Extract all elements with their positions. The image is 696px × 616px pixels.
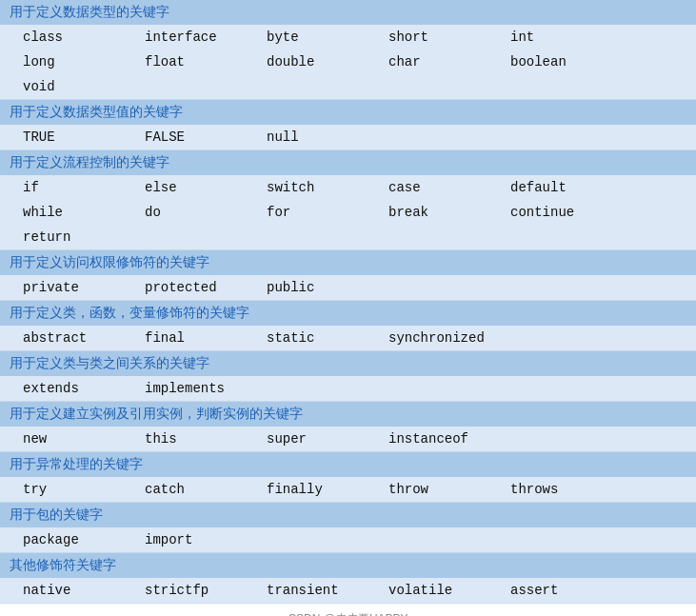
keyword: for bbox=[263, 203, 385, 222]
keyword: import bbox=[141, 530, 263, 549]
section-header: 用于定义类与类之间关系的关键字 bbox=[0, 351, 696, 376]
keywords-table: 用于定义数据类型的关键字classinterfacebyteshortintlo… bbox=[0, 0, 696, 604]
watermark: CSDN @皮皮要HAPPY bbox=[0, 604, 696, 616]
keyword: TRUE bbox=[19, 128, 141, 147]
section-header: 用于定义数据类型值的关键字 bbox=[0, 100, 696, 125]
section-class-modifiers: 用于定义类，函数，变量修饰符的关键字abstractfinalstaticsyn… bbox=[0, 301, 696, 351]
keyword: double bbox=[263, 52, 385, 71]
keyword: short bbox=[385, 28, 507, 47]
section-header: 用于定义数据类型的关键字 bbox=[0, 0, 696, 25]
keyword: extends bbox=[19, 379, 141, 398]
keyword: return bbox=[19, 228, 141, 247]
keywords-line: newthissuperinstanceof bbox=[0, 427, 696, 451]
keyword: FALSE bbox=[141, 128, 263, 147]
keyword: case bbox=[385, 178, 507, 197]
keyword: abstract bbox=[19, 328, 141, 348]
keyword: void bbox=[19, 77, 141, 96]
keyword: static bbox=[263, 328, 385, 348]
keyword: strictfp bbox=[141, 581, 263, 600]
keyword: boolean bbox=[507, 52, 628, 71]
section-header: 用于定义类，函数，变量修饰符的关键字 bbox=[0, 301, 696, 326]
keyword: final bbox=[141, 328, 263, 348]
keyword: volatile bbox=[385, 581, 507, 600]
section-header: 用于定义流程控制的关键字 bbox=[0, 150, 696, 175]
section-header: 其他修饰符关键字 bbox=[0, 553, 696, 578]
keyword: switch bbox=[263, 178, 385, 197]
keyword: assert bbox=[507, 581, 628, 600]
keyword: catch bbox=[141, 480, 263, 499]
section-header: 用于定义建立实例及引用实例，判断实例的关键字 bbox=[0, 402, 696, 427]
section-data-types: 用于定义数据类型的关键字classinterfacebyteshortintlo… bbox=[0, 0, 696, 100]
keywords-line: whiledoforbreakcontinue bbox=[0, 200, 696, 225]
section-header: 用于包的关键字 bbox=[0, 503, 696, 527]
keyword: try bbox=[19, 480, 141, 499]
keyword: throw bbox=[385, 480, 507, 499]
keyword: else bbox=[141, 178, 263, 197]
keyword: super bbox=[263, 429, 385, 448]
keywords-line: trycatchfinallythrowthrows bbox=[0, 477, 696, 502]
keywords-line: abstractfinalstaticsynchronized bbox=[0, 326, 696, 350]
keyword: this bbox=[141, 429, 263, 448]
keyword: class bbox=[19, 28, 141, 47]
keyword: transient bbox=[263, 581, 385, 600]
keyword: byte bbox=[263, 28, 385, 47]
keyword: synchronized bbox=[385, 328, 507, 348]
keyword: interface bbox=[141, 28, 263, 47]
keyword: public bbox=[263, 278, 385, 297]
keywords-line: longfloatdoublecharboolean bbox=[0, 50, 696, 74]
section-other-modifiers: 其他修饰符关键字nativestrictfptransientvolatilea… bbox=[0, 553, 696, 604]
keywords-line: TRUEFALSEnull bbox=[0, 125, 696, 149]
section-package: 用于包的关键字packageimport bbox=[0, 503, 696, 553]
keyword: package bbox=[19, 530, 141, 549]
section-class-relations: 用于定义类与类之间关系的关键字extendsimplements bbox=[0, 351, 696, 402]
keyword: new bbox=[19, 429, 141, 448]
section-instance-ops: 用于定义建立实例及引用实例，判断实例的关键字newthissuperinstan… bbox=[0, 402, 696, 452]
keyword: if bbox=[19, 178, 141, 197]
keyword: protected bbox=[141, 278, 263, 297]
keyword: instanceof bbox=[385, 429, 507, 448]
keywords-line: packageimport bbox=[0, 527, 696, 552]
keywords-line: return bbox=[0, 225, 696, 249]
keywords-line: privateprotectedpublic bbox=[0, 275, 696, 300]
main-container: 用于定义数据类型的关键字classinterfacebyteshortintlo… bbox=[0, 0, 696, 616]
section-access-modifiers: 用于定义访问权限修饰符的关键字privateprotectedpublic bbox=[0, 250, 696, 301]
keyword: finally bbox=[263, 480, 385, 499]
keyword: implements bbox=[141, 379, 263, 398]
keyword: throws bbox=[507, 480, 628, 499]
keyword: native bbox=[19, 581, 141, 600]
keyword: float bbox=[141, 52, 263, 71]
section-header: 用于异常处理的关键字 bbox=[0, 452, 696, 477]
keywords-line: ifelseswitchcasedefault bbox=[0, 175, 696, 200]
keyword: default bbox=[507, 178, 628, 197]
keyword: long bbox=[19, 52, 141, 71]
keyword: while bbox=[19, 203, 141, 222]
keywords-line: extendsimplements bbox=[0, 376, 696, 401]
keyword: private bbox=[19, 278, 141, 297]
section-flow-control: 用于定义流程控制的关键字ifelseswitchcasedefaultwhile… bbox=[0, 150, 696, 250]
keyword: null bbox=[263, 128, 385, 147]
section-exception-handling: 用于异常处理的关键字trycatchfinallythrowthrows bbox=[0, 452, 696, 503]
keywords-line: classinterfacebyteshortint bbox=[0, 25, 696, 50]
keyword: char bbox=[385, 52, 507, 71]
section-data-type-values: 用于定义数据类型值的关键字TRUEFALSEnull bbox=[0, 100, 696, 150]
section-header: 用于定义访问权限修饰符的关键字 bbox=[0, 250, 696, 275]
keyword: int bbox=[507, 28, 628, 47]
keyword: continue bbox=[507, 203, 628, 222]
keyword: break bbox=[385, 203, 507, 222]
keywords-line: nativestrictfptransientvolatileassert bbox=[0, 578, 696, 603]
keywords-line: void bbox=[0, 74, 696, 99]
keyword: do bbox=[141, 203, 263, 222]
